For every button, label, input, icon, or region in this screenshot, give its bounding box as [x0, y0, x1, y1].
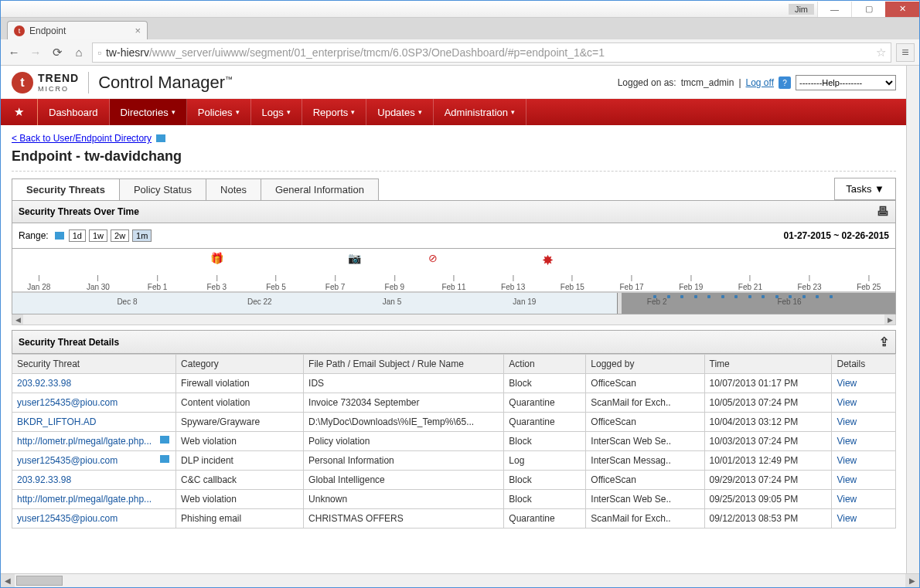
back-button[interactable]: ←: [5, 44, 22, 61]
nav-updates[interactable]: Updates▾: [366, 99, 433, 125]
table-row: yuser125435@piou.comContent violationInv…: [12, 393, 896, 413]
tab-general-information[interactable]: General Information: [261, 178, 379, 200]
cell-detail: Invoice 732034 September: [304, 393, 504, 413]
export-icon[interactable]: ⇪: [879, 335, 889, 349]
logoff-link[interactable]: Log off: [746, 77, 774, 88]
timeline-tick: Feb 19: [679, 275, 703, 291]
nav-directories[interactable]: Directories▾: [110, 99, 187, 125]
address-bar[interactable]: ▫ tw-hiesrv/www_server/uiwww/segment/01_…: [92, 42, 891, 63]
timeline-tick: Feb 9: [385, 275, 405, 291]
threat-link[interactable]: yuser125435@piou.com: [17, 397, 118, 408]
bookmark-star-icon[interactable]: ☆: [876, 46, 886, 59]
cell-loggedby: InterScan Messag..: [586, 451, 704, 471]
view-link[interactable]: View: [837, 416, 857, 427]
browser-menu-button[interactable]: ≡: [896, 43, 915, 62]
threat-link[interactable]: BKDR_LIFTOH.AD: [17, 416, 96, 427]
view-link[interactable]: View: [837, 397, 857, 408]
scroll-right-icon[interactable]: ▶: [905, 574, 919, 587]
window-maximize-button[interactable]: ▢: [851, 2, 885, 17]
forward-button: →: [27, 44, 44, 61]
view-link[interactable]: View: [837, 474, 857, 485]
timeline-overview[interactable]: Dec 8Dec 22Jan 5Jan 19Feb 2Feb 16: [12, 292, 895, 314]
tasks-button[interactable]: Tasks ▼: [834, 178, 896, 200]
threat-link[interactable]: 203.92.33.98: [17, 378, 71, 389]
col-filepath[interactable]: File Path / Email Subject / Rule Name: [304, 355, 504, 374]
cell-time: 10/03/2013 07:24 PM: [704, 432, 832, 451]
timeline-tick: Feb 23: [797, 275, 821, 291]
overview-tick: Feb 16: [777, 297, 801, 306]
table-row: http://lometr.pl/megal/lgate.php...Web v…: [12, 490, 896, 509]
back-link[interactable]: < Back to User/Endpoint Directory: [12, 133, 152, 144]
reload-button[interactable]: ⟳: [49, 44, 66, 61]
cell-loggedby: OfficeScan: [586, 413, 704, 432]
cell-action: Quarantine: [504, 393, 586, 413]
view-link[interactable]: View: [837, 378, 857, 389]
col-logged-by[interactable]: Logged by: [586, 355, 704, 374]
window-horizontal-scrollbar[interactable]: ◀ ▶: [1, 573, 919, 587]
col-category[interactable]: Category: [176, 355, 304, 374]
cell-loggedby: InterScan Web Se..: [586, 490, 704, 509]
timeline-scrollbar[interactable]: ◀ ▶: [12, 314, 896, 325]
range-2w[interactable]: 2w: [111, 229, 129, 242]
view-link[interactable]: View: [837, 494, 857, 505]
threat-camera-icon[interactable]: 📷: [348, 252, 361, 264]
note-marker-icon: [156, 134, 165, 142]
scroll-left-icon[interactable]: ◀: [1, 574, 15, 587]
main-nav: ★ Dashboard Directories▾ Policies▾ Logs▾…: [1, 99, 907, 125]
cell-loggedby: InterScan Web Se..: [586, 432, 704, 451]
help-icon[interactable]: ?: [779, 76, 791, 89]
col-time[interactable]: Time: [704, 355, 832, 374]
cell-time: 10/04/2013 03:12 PM: [704, 413, 832, 432]
cell-loggedby: ScanMail for Exch..: [586, 393, 704, 413]
threat-link[interactable]: http://lometr.pl/megal/lgate.php...: [17, 494, 152, 505]
cell-action: Block: [504, 432, 586, 451]
window-minimize-button[interactable]: —: [817, 2, 851, 17]
view-link[interactable]: View: [837, 436, 857, 447]
nav-favorites-icon[interactable]: ★: [1, 99, 38, 125]
app-header: t TREND MICRO Control Manager™ Logged on…: [1, 66, 907, 99]
scroll-left-icon[interactable]: ◀: [12, 314, 23, 325]
tab-notes[interactable]: Notes: [206, 178, 261, 200]
os-user-badge: Jim: [789, 4, 814, 15]
range-1w[interactable]: 1w: [89, 229, 107, 242]
header-right: Logged on as: tmcm_admin | Log off ? ---…: [618, 75, 896, 90]
view-link[interactable]: View: [837, 455, 857, 466]
threat-link[interactable]: http://lometr.pl/megal/lgate.php...: [17, 436, 152, 447]
nav-dashboard[interactable]: Dashboard: [38, 99, 110, 125]
cell-time: 09/29/2013 07:24 PM: [704, 471, 832, 490]
col-action[interactable]: Action: [504, 355, 586, 374]
scroll-right-icon[interactable]: ▶: [884, 314, 895, 325]
window-close-button[interactable]: ✕: [885, 2, 919, 17]
nav-policies[interactable]: Policies▾: [187, 99, 251, 125]
home-button[interactable]: ⌂: [70, 44, 87, 61]
threat-gift-icon[interactable]: 🎁: [210, 252, 223, 264]
print-icon[interactable]: 🖶: [877, 205, 889, 219]
threat-link[interactable]: yuser125435@piou.com: [17, 455, 118, 466]
nav-administration[interactable]: Administration▾: [434, 99, 526, 125]
tab-close-icon[interactable]: ×: [135, 25, 141, 36]
scroll-thumb[interactable]: [16, 576, 63, 586]
tab-title: Endpoint: [29, 25, 66, 36]
range-1m[interactable]: 1m: [132, 229, 152, 242]
threat-link[interactable]: yuser125435@piou.com: [17, 513, 118, 524]
threat-link[interactable]: 203.92.33.98: [17, 474, 71, 485]
view-link[interactable]: View: [837, 513, 857, 524]
nav-logs[interactable]: Logs▾: [251, 99, 302, 125]
overview-tick: Jan 5: [383, 297, 401, 306]
help-select[interactable]: --------Help--------: [796, 75, 896, 90]
cell-time: 09/12/2013 08:53 PM: [704, 509, 832, 529]
range-1d[interactable]: 1d: [69, 229, 86, 242]
cell-time: 09/25/2013 09:05 PM: [704, 490, 832, 509]
cell-time: 10/05/2013 07:24 PM: [704, 393, 832, 413]
threat-burst-icon[interactable]: ✸: [542, 252, 554, 269]
range-date-span: 01-27-2015 ~ 02-26-2015: [784, 230, 889, 241]
nav-reports[interactable]: Reports▾: [302, 99, 367, 125]
col-details[interactable]: Details: [832, 355, 896, 374]
table-row: 203.92.33.98Firewall violationIDSBlockOf…: [12, 374, 896, 393]
browser-tab[interactable]: t Endpoint ×: [7, 21, 148, 39]
threat-alert-icon[interactable]: ⊘: [428, 252, 438, 264]
tab-policy-status[interactable]: Policy Status: [120, 178, 206, 200]
tab-security-threats[interactable]: Security Threats: [12, 178, 120, 200]
col-security-threat[interactable]: Security Threat: [12, 355, 176, 374]
cell-loggedby: ScanMail for Exch..: [586, 509, 704, 529]
